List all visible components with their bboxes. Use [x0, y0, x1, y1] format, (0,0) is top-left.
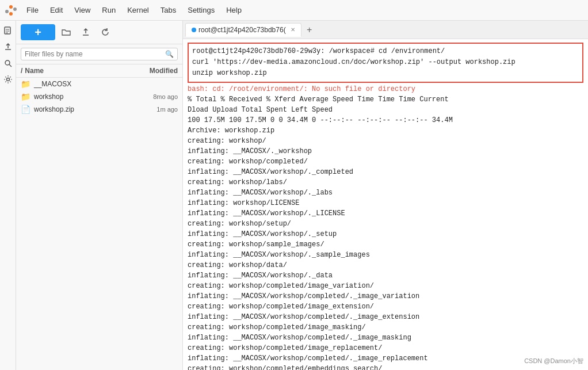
- terminal-line: creating: workshop/completed/image_repla…: [188, 343, 583, 353]
- tab-label: root@ct1jt24p420c73bdb76(: [198, 26, 286, 34]
- col-name-label: Name: [25, 67, 132, 75]
- menu-tabs[interactable]: Tabs: [156, 3, 181, 17]
- main-layout: + 🔍: [0, 21, 588, 370]
- search-bar: 🔍: [16, 44, 182, 64]
- file-list-header: / Name Modified: [16, 64, 182, 78]
- folder-icon: 📁: [21, 79, 30, 89]
- tab-dot: [192, 28, 196, 32]
- terminal-line: creating: workshop/data/: [188, 260, 583, 270]
- search-input[interactable]: [25, 50, 165, 58]
- svg-line-9: [9, 64, 12, 67]
- terminal-line: creating: workshop/completed/image_varia…: [188, 281, 583, 291]
- upload-button[interactable]: [77, 24, 94, 40]
- terminal-line: Dload Upload Total Spent Left Speed: [188, 105, 583, 115]
- col-modified-label: Modified: [132, 67, 178, 75]
- new-tab-button[interactable]: +: [303, 23, 316, 37]
- terminal-line: creating: workshop/sample_images/: [188, 239, 583, 250]
- terminal[interactable]: root@ct1jt24p420c73bdb760-29w3y: /worksp…: [183, 39, 588, 370]
- terminal-line: creating: workshop/completed/image_exten…: [188, 302, 583, 312]
- file-modified: 8mo ago: [132, 93, 178, 100]
- terminal-output: bash: cd: /root/environment/: No such fi…: [183, 83, 588, 370]
- svg-point-3: [13, 7, 17, 11]
- file-item[interactable]: 📄 workshop.zip 1m ago: [16, 103, 182, 116]
- upload-icon[interactable]: [2, 41, 14, 53]
- terminal-line: creating: workshop/: [188, 136, 583, 146]
- watermark: CSDN @Damon小智: [524, 357, 583, 365]
- terminal-line: inflating: __MACOSX/workshop/._LICENSE: [188, 208, 583, 219]
- terminal-line: inflating: __MACOSX/workshop/completed/.…: [188, 291, 583, 302]
- file-name: workshop.zip: [34, 105, 132, 113]
- terminal-line: 100 17.5M 100 17.5M 0 0 34.4M 0 --:--:--…: [188, 115, 583, 125]
- close-tab-button[interactable]: ✕: [291, 26, 295, 33]
- tab-bar: root@ct1jt24p420c73bdb76( ✕ +: [183, 21, 588, 39]
- terminal-line: inflating: __MACOSX/workshop/._setup: [188, 229, 583, 239]
- terminal-commands-box: root@ct1jt24p420c73bdb760-29w3y: /worksp…: [188, 43, 583, 83]
- new-button[interactable]: +: [21, 24, 55, 40]
- terminal-line: % Total % Received % Xferd Average Speed…: [188, 94, 583, 105]
- svg-point-0: [9, 5, 13, 9]
- file-item[interactable]: 📁 __MACOSX: [16, 78, 182, 90]
- jupyter-logo: [5, 4, 17, 17]
- terminal-line: inflating: __MACOSX/workshop/._data: [188, 270, 583, 281]
- cmd-line-2: curl 'https://dev-media.amazoncloud.cn/d…: [192, 57, 579, 68]
- terminal-line: creating: workshop/setup/: [188, 219, 583, 229]
- terminal-line: inflating: __MACOSX/workshop/._labs: [188, 188, 583, 198]
- terminal-line: bash: cd: /root/environment/: No such fi…: [188, 84, 583, 94]
- files-icon[interactable]: [2, 25, 14, 37]
- search-input-wrap[interactable]: 🔍: [21, 48, 178, 60]
- folder-icon: 📁: [21, 92, 30, 101]
- search-icon: 🔍: [165, 50, 174, 58]
- menu-kernel[interactable]: Kernel: [123, 3, 154, 17]
- file-modified: 1m ago: [132, 106, 178, 113]
- terminal-line: inflating: workshop/LICENSE: [188, 198, 583, 208]
- svg-point-10: [6, 78, 9, 81]
- svg-point-2: [5, 10, 9, 13]
- file-name: workshop: [34, 93, 132, 101]
- terminal-line: creating: workshop/completed/image_maski…: [188, 322, 583, 333]
- file-icon: 📄: [21, 105, 30, 114]
- sidebar: + 🔍: [16, 21, 183, 370]
- terminal-line: inflating: __MACOSX/workshop/completed/.…: [188, 333, 583, 343]
- left-icons-panel: [0, 21, 16, 370]
- settings-icon[interactable]: [2, 74, 14, 85]
- search-nav-icon[interactable]: [2, 58, 14, 69]
- terminal-line: inflating: __MACOSX/workshop/._completed: [188, 167, 583, 177]
- svg-point-8: [5, 60, 10, 65]
- cmd-line-1: root@ct1jt24p420c73bdb760-29w3y: /worksp…: [192, 46, 579, 57]
- terminal-line: inflating: __MACOSX/workshop/completed/.…: [188, 312, 583, 322]
- svg-point-1: [9, 12, 13, 16]
- menu-run[interactable]: Run: [97, 3, 120, 17]
- file-list: 📁 __MACOSX 📁 workshop 8mo ago 📄 workshop…: [16, 78, 182, 370]
- cmd-line-3: unzip workshop.zip: [192, 68, 579, 79]
- file-item[interactable]: 📁 workshop 8mo ago: [16, 90, 182, 103]
- terminal-line: inflating: __MACOSX/workshop/._sample_im…: [188, 250, 583, 260]
- terminal-line: Archive: workshop.zip: [188, 125, 583, 136]
- terminal-line: creating: workshop/completed/: [188, 157, 583, 167]
- menu-help[interactable]: Help: [222, 3, 246, 17]
- folder-button[interactable]: [58, 24, 75, 40]
- current-dir-label: /: [21, 67, 22, 75]
- refresh-button[interactable]: [97, 24, 114, 40]
- terminal-line: inflating: __MACOSX/._workshop: [188, 146, 583, 157]
- file-name: __MACOSX: [34, 80, 132, 88]
- menu-edit[interactable]: Edit: [45, 3, 67, 17]
- menu-file[interactable]: File: [22, 3, 43, 17]
- menu-settings[interactable]: Settings: [183, 3, 219, 17]
- terminal-line: creating: workshop/labs/: [188, 177, 583, 188]
- terminal-tab[interactable]: root@ct1jt24p420c73bdb76( ✕: [185, 23, 301, 37]
- sidebar-toolbar: +: [16, 21, 182, 44]
- menu-bar: File Edit View Run Kernel Tabs Settings …: [0, 0, 588, 21]
- menu-view[interactable]: View: [70, 3, 95, 17]
- content-area: root@ct1jt24p420c73bdb76( ✕ + root@ct1jt…: [183, 21, 588, 370]
